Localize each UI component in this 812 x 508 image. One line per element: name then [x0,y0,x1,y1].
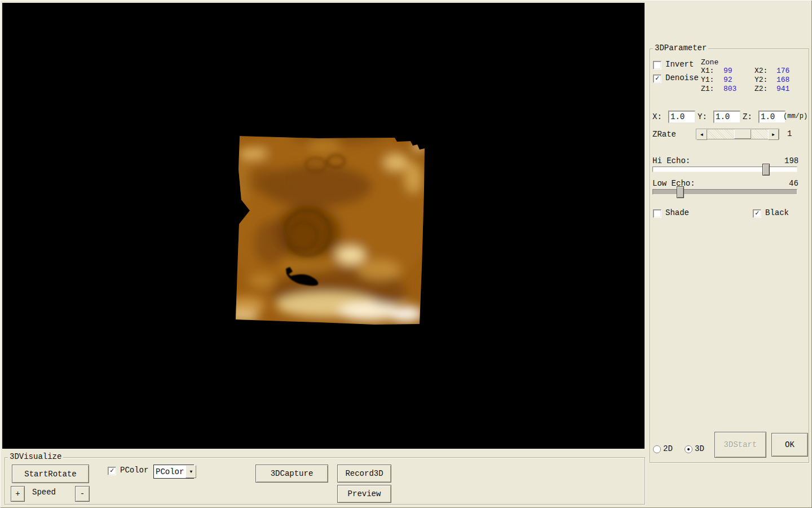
mode-2d-label: 2D [663,445,673,453]
pcolor-checkbox-label: PColor [120,466,148,475]
z-scale-value: 1.0 [761,112,775,121]
low-echo-label: Low Echo: [652,179,695,188]
hi-echo-thumb[interactable] [762,164,770,176]
preview-button[interactable]: Preview [337,485,391,503]
visualize-panel-title: 3DVisualize [8,453,63,461]
zrate-label: ZRate [652,130,676,139]
check-icon: ✓ [655,75,659,82]
pcolor-checkbox[interactable]: ✓ [108,467,116,475]
z-scale-label: Z: [743,113,752,121]
3dstart-button[interactable]: 3DStart [714,432,766,458]
zone-x2-label: X2: [754,67,767,75]
speed-plus-button[interactable]: + [11,486,25,502]
zone-z2-label: Z2: [754,85,767,93]
hi-echo-value: 198 [784,157,798,165]
zrate-track[interactable] [707,129,768,139]
mode-2d-radio[interactable] [653,445,661,453]
y-scale-value: 1.0 [716,112,730,121]
mode-3d-label: 3D [695,445,704,453]
zone-x2-value: 176 [776,67,789,75]
zone-z1-value: 803 [723,85,736,93]
denoise-checkbox[interactable]: ✓ [653,75,661,83]
zone-x1-label: X1: [701,67,714,75]
3dcapture-button[interactable]: 3DCapture [255,465,328,483]
zrate-value: 1 [787,130,792,138]
zone-y1-label: Y1: [701,76,714,84]
pcolor-dropdown-value: PColor [154,467,186,477]
mode-3d-radio[interactable] [685,445,692,453]
zone-x1-value: 99 [723,67,732,75]
shade-label: Shade [665,209,689,217]
speed-minus-button[interactable]: - [75,486,90,502]
ultrasound-3d-render [2,3,645,449]
z-scale-input[interactable]: 1.0 [758,111,785,123]
check-icon: ✓ [110,467,114,474]
black-label: Black [765,209,789,217]
zrate-thumb[interactable] [734,129,751,139]
zone-z2-value: 941 [776,85,789,93]
pcolor-dropdown[interactable]: PColor ▼ [153,465,194,479]
low-echo-track[interactable] [652,189,797,195]
x-scale-value: 1.0 [670,112,685,121]
zrate-left-arrow-icon[interactable]: ◄ [696,129,707,140]
invert-label: Invert [665,60,694,69]
low-echo-value: 46 [789,179,798,188]
zrate-scrollbar[interactable]: ◄ ► [696,129,779,139]
render-viewport[interactable] [2,3,645,449]
zrate-right-arrow-icon[interactable]: ► [768,129,779,140]
black-checkbox[interactable]: ✓ [753,209,761,218]
parameter-panel-title: 3DParameter [653,44,708,52]
hi-echo-label: Hi Echo: [652,157,690,165]
low-echo-thumb[interactable] [677,186,684,198]
visualize-panel: 3DVisualize StartRotate + Speed - ✓ PCol… [5,457,645,505]
x-scale-label: X: [652,113,662,121]
start-rotate-button[interactable]: StartRotate [12,465,89,483]
x-scale-input[interactable]: 1.0 [668,111,695,123]
app-window: 3DParameter Invert ✓ Denoise Zone X1: 99… [0,0,812,508]
hi-echo-track[interactable] [652,167,797,172]
invert-checkbox[interactable] [653,61,661,69]
chevron-down-icon[interactable]: ▼ [186,465,196,478]
denoise-label: Denoise [665,74,699,82]
ok-button[interactable]: OK [771,433,808,457]
speed-label: Speed [32,488,56,497]
parameter-panel: 3DParameter Invert ✓ Denoise Zone X1: 99… [650,49,809,463]
zone-label: Zone [701,58,718,67]
zone-z1-label: Z1: [701,85,714,93]
shade-checkbox[interactable] [653,209,661,218]
zone-y1-value: 92 [723,76,732,84]
y-scale-label: Y: [698,113,707,121]
zone-y2-value: 168 [776,76,789,84]
check-icon: ✓ [755,210,759,217]
record3d-button[interactable]: Record3D [337,465,391,483]
y-scale-input[interactable]: 1.0 [713,111,740,123]
scale-unit-label: (mm/p) [783,112,807,121]
zone-y2-label: Y2: [754,76,767,84]
